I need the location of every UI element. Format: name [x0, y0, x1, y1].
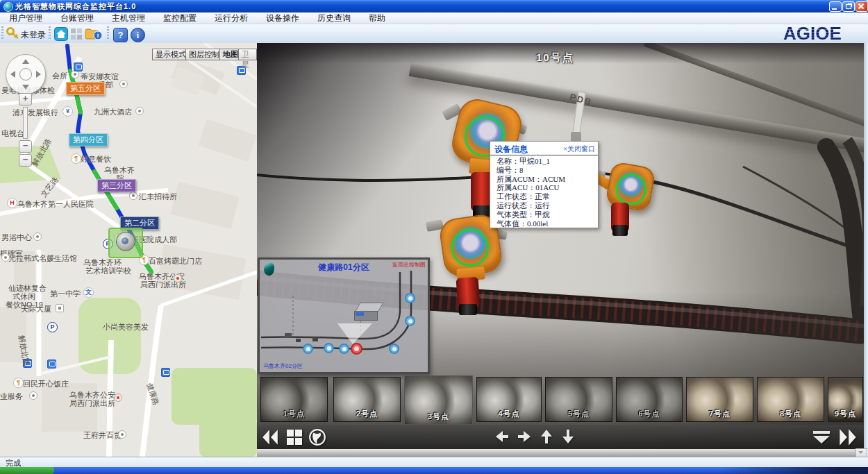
partition-marker-3[interactable]: 第三分区	[97, 179, 136, 192]
grid-icon-disabled[interactable]	[69, 27, 83, 41]
layer-control-button[interactable]: 图层控制	[185, 49, 223, 60]
popup-row: 所属ACU01ACU	[490, 183, 598, 192]
poi-label: 第一中学	[50, 289, 81, 299]
map-pan-control[interactable]	[6, 54, 46, 94]
thumbnail-point-1[interactable]: 1号点	[260, 377, 328, 422]
panorama-control-bar	[257, 425, 864, 449]
minimize-button[interactable]	[829, 1, 842, 12]
poi-dot-icon	[135, 107, 144, 115]
zone-schematic-inset[interactable]: 健康路01分区 返回总控制图 乌鲁木齐02分区	[258, 257, 430, 374]
login-status-label[interactable]: 未登录	[21, 29, 46, 41]
close-button[interactable]	[856, 1, 868, 12]
pan-down-arrow-icon[interactable]	[562, 430, 574, 443]
home-icon[interactable]	[54, 27, 68, 41]
schematic-device-dot[interactable]	[389, 344, 399, 354]
globe-icon[interactable]	[308, 428, 326, 446]
poi-label: 汇丰招待所	[139, 192, 177, 202]
camera-marker[interactable]	[108, 228, 143, 258]
poi-dot-icon	[29, 391, 37, 400]
menu-help[interactable]: 帮助	[360, 12, 394, 24]
previous-group-icon[interactable]	[261, 428, 279, 446]
title-bar: 光格智慧物联网综合监控平台1.0	[0, 0, 868, 12]
pan-right-icon[interactable]	[36, 71, 41, 78]
menu-ledger-management[interactable]: 台账管理	[51, 12, 103, 24]
partition-marker-4[interactable]: 第四分区	[69, 133, 108, 146]
inset-corner-label: 乌鲁木齐02分区	[263, 362, 303, 370]
thumbnail-point-4[interactable]: 4号点	[476, 377, 542, 422]
pan-left-arrow-icon[interactable]	[496, 431, 508, 442]
menu-device-operation[interactable]: 设备操作	[257, 12, 308, 24]
schematic-device-dot[interactable]	[405, 316, 415, 326]
map-canvas[interactable]: 会所 曼哈顿健康体检 H 蒂安娜友谊 俱乐部 浦东发展银行 ¥ 电视台 九洲大酒…	[0, 43, 257, 457]
inset-back-link[interactable]: 返回总控制图	[392, 261, 426, 269]
next-group-icon[interactable]	[837, 428, 858, 447]
collapse-panel-icon[interactable]	[812, 430, 831, 444]
poi-label: 局西门派出所	[69, 398, 115, 409]
pan-up-icon[interactable]	[22, 59, 29, 64]
schematic-device-dot[interactable]	[339, 344, 349, 354]
poi-label: 好意餐饮	[81, 154, 111, 164]
schematic-active-dot[interactable]	[351, 343, 362, 355]
pan-up-arrow-icon[interactable]	[541, 430, 552, 443]
popup-row: 编号8	[490, 166, 598, 175]
partition-marker-5[interactable]: 第五分区	[66, 82, 105, 95]
thumbnail-point-6[interactable]: 6号点	[616, 377, 683, 422]
start-button-sliver[interactable]	[0, 467, 54, 474]
thumbnail-point-5[interactable]: 5号点	[545, 377, 612, 422]
thumbnail-point-3-selected[interactable]: 3号点	[404, 375, 473, 425]
status-bar	[0, 457, 868, 468]
menu-bar: 用户管理 台账管理 主机管理 监控配置 运行分析 设备操作 历史查询 帮助	[0, 12, 868, 24]
pan-center[interactable]	[19, 68, 32, 81]
pan-right-arrow-icon[interactable]	[518, 431, 531, 442]
toolbar-grip	[49, 26, 51, 40]
popup-close-link[interactable]: ×关闭窗口	[563, 144, 595, 154]
satellite-type-button[interactable]: 卫星	[238, 49, 257, 60]
poi-label: 浦东发展银行	[12, 108, 58, 118]
poi-dot-icon	[33, 232, 42, 241]
schematic-device-dot[interactable]	[405, 293, 415, 303]
agioe-logo: AGIOE	[783, 24, 865, 42]
application-window: 光格智慧物联网综合监控平台1.0 用户管理 台账管理 主机管理 监控配置 运行分…	[0, 0, 868, 474]
restore-button[interactable]	[842, 1, 855, 12]
popup-row: 所属ACUMACUM	[490, 175, 598, 184]
police-icon	[174, 274, 182, 282]
popup-row: 名称甲烷01_1	[490, 157, 598, 166]
info-icon[interactable]: i	[131, 28, 145, 42]
hospital-icon: H	[7, 198, 17, 208]
menu-user-management[interactable]: 用户管理	[0, 12, 51, 24]
zoom-slider[interactable]	[23, 107, 28, 139]
toolbar-grip	[1, 26, 3, 40]
poi-label: 回民开心饭庄	[23, 379, 69, 389]
zoom-out-button[interactable]: −	[19, 154, 32, 167]
thumbnail-point-9[interactable]: 9号点	[828, 377, 863, 422]
key-icon[interactable]	[6, 26, 20, 40]
schematic-device-dot[interactable]	[303, 344, 313, 354]
thumbnail-point-7[interactable]: 7号点	[686, 377, 753, 422]
schematic-device-dot[interactable]	[324, 343, 334, 353]
zoom-out-button[interactable]: −	[19, 140, 32, 153]
thumbnail-point-8[interactable]: 8号点	[757, 377, 824, 422]
thumbnail-point-2[interactable]: 2号点	[333, 377, 401, 422]
menu-run-analysis[interactable]: 运行分析	[206, 12, 257, 24]
poi-square-icon	[56, 304, 64, 312]
poi-dot-icon	[1, 253, 10, 262]
toolbar-grip	[107, 26, 109, 40]
display-mode-button[interactable]: 显示模式	[152, 49, 190, 60]
bottom-strip	[257, 449, 864, 457]
poi-label: 业服务	[0, 391, 23, 402]
popup-title: 设备信息	[494, 144, 528, 155]
menu-history-query[interactable]: 历史查询	[308, 12, 360, 24]
menu-monitor-config[interactable]: 监控配置	[154, 12, 206, 24]
popup-row: 气体值0.00lel	[490, 219, 598, 228]
folder-info-icon[interactable]: i	[85, 27, 103, 41]
pan-down-icon[interactable]	[22, 85, 29, 90]
poi-label: 百富烤霸北门店	[149, 256, 202, 266]
poi-label: 艺术培训学校	[85, 266, 131, 276]
menu-host-management[interactable]: 主机管理	[103, 12, 154, 24]
help-icon[interactable]: ?	[113, 28, 128, 42]
grid-view-icon[interactable]	[286, 429, 303, 446]
pan-left-icon[interactable]	[10, 71, 15, 78]
zoom-in-button[interactable]: +	[19, 93, 32, 105]
taskbar-tray-shade	[722, 467, 868, 474]
panorama-view[interactable]: 10号点 PDB 设备信息 ×关闭窗口 名称甲烷01_1 编号8 所属ACUMA…	[257, 43, 864, 457]
